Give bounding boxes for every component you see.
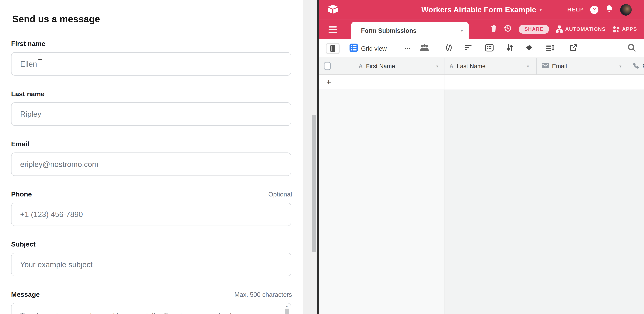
view-sidebar-toggle-button[interactable] <box>326 43 340 54</box>
notifications-bell-icon[interactable] <box>606 5 613 15</box>
phone-optional-note: Optional <box>268 191 292 198</box>
text-cursor-icon <box>38 54 42 62</box>
tab-label: Form Submissions <box>361 27 416 34</box>
message-textarea[interactable]: Tenetur optio quaerat expedita vero et i… <box>11 303 291 314</box>
column-caret-icon[interactable]: ▾ <box>436 64 438 68</box>
group-icon[interactable] <box>485 44 494 53</box>
collaborators-icon[interactable] <box>420 44 429 53</box>
menu-hamburger-icon[interactable] <box>329 26 337 33</box>
message-scrollbar-thumb[interactable] <box>285 309 289 314</box>
frozen-column-divider <box>444 90 444 314</box>
automations-icon <box>556 26 563 33</box>
email-field-icon <box>542 63 549 70</box>
automations-button[interactable]: AUTOMATIONS <box>556 26 606 33</box>
form-title: Send us a message <box>12 14 100 25</box>
email-label: Email <box>11 140 29 148</box>
subject-input[interactable] <box>11 253 291 276</box>
column-header-email[interactable]: Email <box>542 58 567 74</box>
table-header-row: A First Name ▾ A Last Name ▾ Email <box>319 58 644 75</box>
email-field-group: Email <box>11 140 292 176</box>
email-input[interactable] <box>11 153 291 176</box>
view-toolbar: Grid view ••• <box>319 39 644 58</box>
form-pane-gutter <box>303 0 312 314</box>
trash-icon[interactable] <box>491 25 496 34</box>
message-field-group: Message Max. 500 characters Tenetur opti… <box>11 290 292 314</box>
last-name-input[interactable] <box>11 102 291 126</box>
apps-button[interactable]: APPS <box>612 26 637 33</box>
sort-icon[interactable] <box>506 44 514 53</box>
last-name-field-group: Last name <box>11 90 292 126</box>
automations-label: AUTOMATIONS <box>565 26 606 32</box>
last-name-label: Last name <box>11 90 44 98</box>
view-name-label[interactable]: Grid view <box>361 45 387 52</box>
message-text: Tenetur optio quaerat expedita vero et i… <box>12 303 291 314</box>
toolbar-divider <box>436 43 436 54</box>
share-label: SHARE <box>524 26 544 32</box>
text-field-icon: A <box>449 63 454 69</box>
phone-input[interactable] <box>11 203 291 226</box>
share-button[interactable]: SHARE <box>519 25 549 34</box>
color-icon[interactable] <box>525 44 534 53</box>
window-divider <box>317 0 319 314</box>
grid-view-icon[interactable] <box>350 43 358 53</box>
first-name-input[interactable] <box>11 52 291 76</box>
base-title[interactable]: Workers Airtable Form Example <box>421 5 536 14</box>
column-header-first-name[interactable]: A First Name <box>358 58 395 74</box>
text-field-icon: A <box>358 63 362 69</box>
tab-caret-icon[interactable]: ▾ <box>461 28 463 33</box>
hide-fields-icon[interactable] <box>445 44 453 53</box>
more-options-icon[interactable]: ••• <box>404 46 410 51</box>
column-header-last-name[interactable]: A Last Name <box>449 58 486 74</box>
select-all-checkbox[interactable] <box>324 62 331 70</box>
first-name-label: First name <box>11 40 46 48</box>
column-caret-icon[interactable]: ▾ <box>620 64 622 68</box>
table-tab-bar: Form Submissions ▾ <box>319 19 644 39</box>
help-button[interactable]: HELP <box>568 7 583 13</box>
top-bar-right-cluster: HELP ? <box>568 0 632 19</box>
message-scrollbar[interactable]: ▲ <box>284 304 290 314</box>
screen: Send us a message First name Last name E… <box>0 0 644 314</box>
scroll-up-icon[interactable]: ▲ <box>286 304 288 308</box>
subject-label: Subject <box>11 240 36 248</box>
add-record-plus-icon[interactable]: + <box>326 78 331 87</box>
base-title-caret-icon[interactable]: ▾ <box>540 7 542 13</box>
airtable-top-bar: Workers Airtable Form Example ▾ HELP ? <box>319 0 644 19</box>
row-height-icon[interactable] <box>546 44 554 53</box>
help-question-icon[interactable]: ? <box>590 6 598 14</box>
apps-label: APPS <box>622 26 637 32</box>
apps-icon <box>612 26 620 33</box>
contact-form-pane: Send us a message First name Last name E… <box>0 0 303 314</box>
history-icon[interactable] <box>504 24 512 34</box>
add-record-row[interactable]: + <box>319 75 644 90</box>
user-avatar[interactable] <box>620 4 632 15</box>
form-pane-scrollbar[interactable] <box>311 0 317 314</box>
message-label: Message <box>11 290 40 298</box>
form-pane-scrollbar-thumb[interactable] <box>312 115 316 252</box>
message-maxchars-note: Max. 500 characters <box>234 291 292 298</box>
column-header-phone[interactable]: P <box>633 58 644 74</box>
phone-field-group: Phone Optional <box>11 190 292 226</box>
table-body-left <box>319 90 444 314</box>
search-icon[interactable] <box>628 43 636 53</box>
tab-bar-right-cluster: SHARE AUTOMATIONS <box>491 19 637 39</box>
subject-field-group: Subject <box>11 240 292 276</box>
column-caret-icon[interactable]: ▾ <box>527 64 529 68</box>
table-body-right <box>444 90 644 314</box>
filter-icon[interactable] <box>464 44 472 53</box>
sidebar-toggle-icon <box>330 45 335 52</box>
tab-form-submissions[interactable]: Form Submissions ▾ <box>351 22 468 39</box>
phone-field-icon <box>633 62 639 70</box>
first-name-field-group: First name <box>11 40 292 76</box>
airtable-pane: Workers Airtable Form Example ▾ HELP ? F… <box>319 0 644 314</box>
phone-label: Phone <box>11 190 32 198</box>
share-view-icon[interactable] <box>570 44 577 53</box>
